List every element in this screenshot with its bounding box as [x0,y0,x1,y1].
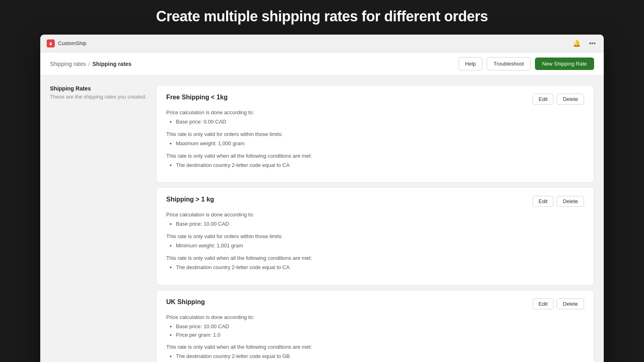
list-item: Maximum weight: 1,000 gram [176,140,584,148]
rate-price-calc-label: Price calculation is done according to: [166,314,584,320]
rate-conditions-list: The destination country 2-letter code eq… [166,263,584,272]
delete-button[interactable]: Delete [557,196,584,207]
rate-price-calc-list: Base price: 10.00 CADPrice per gram: 1.0 [166,323,584,339]
notification-icon[interactable]: 🔔 [571,38,582,49]
rate-actions: Edit Delete [533,94,584,105]
app-name-label: CustomShip [58,40,87,46]
sidebar-title: Shipping Rates [50,85,147,92]
rate-card-header: UK Shipping Edit Delete [166,298,584,309]
rate-card-header: Shipping > 1 kg Edit Delete [166,196,584,207]
title-bar: CustomShip 🔔 ••• [40,35,604,52]
rate-card: UK Shipping Edit Delete Price calculatio… [156,290,594,362]
delete-button[interactable]: Delete [557,94,584,105]
breadcrumb-current: Shipping rates [92,61,131,67]
breadcrumb-parent: Shipping rates [50,61,86,67]
rate-conditions-list: The destination country 2-letter code eq… [166,352,584,361]
rate-card: Free Shipping < 1kg Edit Delete Price ca… [156,85,594,183]
more-options-icon[interactable]: ••• [587,38,597,49]
rate-price-calc-label: Price calculation is done according to: [166,109,584,115]
sidebar: Shipping Rates These are the shipping ra… [50,85,147,362]
edit-button[interactable]: Edit [533,94,553,105]
delete-button[interactable]: Delete [557,298,584,309]
rate-actions: Edit Delete [533,196,584,207]
rate-limits-label: This rate is only valid for orders withi… [166,131,584,137]
rate-limits-list: Minimum weight: 1,001 gram [166,242,584,250]
rate-conditions-label: This rate is only valid when all the fol… [166,255,584,261]
rate-title: Shipping > 1 kg [166,196,214,203]
rate-conditions-label: This rate is only valid when all the fol… [166,344,584,350]
main-content: Shipping Rates These are the shipping ra… [40,76,604,362]
breadcrumb-separator: / [89,61,90,67]
rates-list: Free Shipping < 1kg Edit Delete Price ca… [156,85,594,362]
new-shipping-rate-button[interactable]: New Shipping Rate [535,58,594,70]
rate-conditions-label: This rate is only valid when all the fol… [166,153,584,159]
edit-button[interactable]: Edit [533,196,553,207]
list-item: Base price: 10.00 CAD [176,220,584,228]
list-item: The destination country 2-letter code eq… [176,161,584,170]
page-header: Shipping rates / Shipping rates Help Tro… [40,52,604,76]
svg-rect-1 [50,44,52,45]
list-item: The destination country 2-letter code eq… [176,352,584,361]
list-item: Base price: 10.00 CAD [176,323,584,331]
header-actions: Help Troubleshoot New Shipping Rate [458,57,594,70]
rate-actions: Edit Delete [533,298,584,309]
rate-title: UK Shipping [166,298,205,306]
rate-title: Free Shipping < 1kg [166,94,227,101]
list-item: Base price: 0.00 CAD [176,118,584,126]
title-bar-left: CustomShip [47,39,87,47]
rate-price-calc-label: Price calculation is done according to: [166,212,584,218]
hero-title: Create multiple shipping rates for diffe… [156,8,488,25]
edit-button[interactable]: Edit [533,298,553,309]
rate-price-calc-list: Base price: 10.00 CAD [166,220,584,228]
rate-limits-label: This rate is only valid for orders withi… [166,233,584,239]
rate-conditions-list: The destination country 2-letter code eq… [166,161,584,170]
app-logo [47,39,55,47]
rate-card-header: Free Shipping < 1kg Edit Delete [166,94,584,105]
list-item: Price per gram: 1.0 [176,331,584,339]
app-window: CustomShip 🔔 ••• Shipping rates / Shippi… [40,35,604,362]
rate-card: Shipping > 1 kg Edit Delete Price calcul… [156,187,594,285]
list-item: The destination country 2-letter code eq… [176,263,584,272]
list-item: Minimum weight: 1,001 gram [176,242,584,250]
troubleshoot-button[interactable]: Troubleshoot [487,57,530,70]
breadcrumb: Shipping rates / Shipping rates [50,61,132,67]
title-bar-right: 🔔 ••• [571,38,597,49]
sidebar-description: These are the shipping rates you created… [50,93,147,101]
rate-limits-list: Maximum weight: 1,000 gram [166,140,584,148]
help-button[interactable]: Help [458,57,483,70]
rate-price-calc-list: Base price: 0.00 CAD [166,118,584,126]
